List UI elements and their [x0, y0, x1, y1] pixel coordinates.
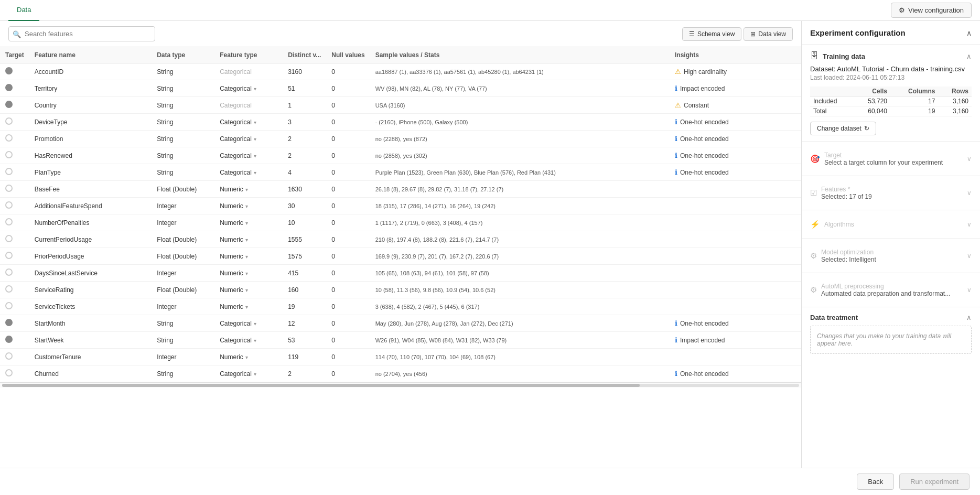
feature-type-dropdown-arrow[interactable]: ▾	[245, 271, 248, 276]
row-target-radio[interactable]	[0, 349, 29, 365]
radio-circle[interactable]	[5, 117, 13, 125]
row-target-radio[interactable]	[0, 332, 29, 349]
run-experiment-button[interactable]: Run experiment	[899, 474, 970, 490]
model-optimization-row[interactable]: ⚙ Model optimization Selected: Intellige…	[810, 245, 972, 266]
search-input[interactable]	[8, 26, 155, 41]
data-view-button[interactable]: ⊞ Data view	[744, 27, 793, 41]
feature-type-dropdown-arrow[interactable]: ▾	[254, 136, 256, 142]
feature-type-dropdown-arrow[interactable]: ▾	[254, 170, 256, 176]
row-feature-type[interactable]: Categorical▾	[214, 164, 283, 181]
row-target-radio[interactable]	[0, 164, 29, 181]
col-header-insights[interactable]: Insights	[670, 47, 801, 63]
feature-type-dropdown-arrow[interactable]: ▾	[245, 187, 248, 192]
automl-preprocessing-row[interactable]: ⚙ AutoML preprocessing Automated data pr…	[810, 279, 972, 300]
col-header-null[interactable]: Null values	[326, 47, 370, 63]
row-target-radio[interactable]	[0, 315, 29, 332]
feature-type-dropdown-arrow[interactable]: ▾	[254, 321, 256, 327]
row-target-radio[interactable]	[0, 365, 29, 382]
feature-type-dropdown-arrow[interactable]: ▾	[245, 287, 248, 293]
radio-circle[interactable]	[5, 302, 13, 309]
radio-circle[interactable]	[5, 84, 13, 91]
model-optimization-section[interactable]: ⚙ Model optimization Selected: Intellige…	[802, 239, 980, 273]
target-row[interactable]: 🎯 Target Select a target column for your…	[810, 148, 972, 169]
change-dataset-button[interactable]: Change dataset ↻	[810, 122, 876, 135]
row-feature-type[interactable]: Numeric▾	[214, 248, 283, 265]
row-target-radio[interactable]	[0, 114, 29, 131]
row-feature-type[interactable]: Categorical▾	[214, 365, 283, 382]
feature-type-dropdown-arrow[interactable]: ▾	[245, 237, 248, 243]
model-opt-chevron[interactable]: ∨	[967, 252, 972, 260]
row-feature-type[interactable]: Numeric▾	[214, 282, 283, 298]
row-feature-type[interactable]: Numeric▾	[214, 198, 283, 214]
feature-type-dropdown-arrow[interactable]: ▾	[254, 86, 256, 92]
row-target-radio[interactable]	[0, 248, 29, 265]
feature-type-dropdown-arrow[interactable]: ▾	[254, 371, 256, 377]
feature-type-dropdown-arrow[interactable]: ▾	[245, 203, 248, 209]
collapse-panel-icon[interactable]: ∧	[966, 29, 972, 37]
row-target-radio[interactable]	[0, 282, 29, 298]
features-row[interactable]: ☑ Features * Selected: 17 of 19 ∨	[810, 182, 972, 203]
radio-circle[interactable]	[5, 185, 13, 192]
row-feature-type[interactable]: Numeric▾	[214, 265, 283, 282]
back-button[interactable]: Back	[857, 474, 894, 490]
row-feature-type[interactable]: Numeric▾	[214, 298, 283, 315]
row-feature-type[interactable]: Categorical	[214, 97, 283, 114]
row-feature-type[interactable]: Numeric▾	[214, 214, 283, 231]
training-data-chevron[interactable]: ∧	[966, 52, 972, 60]
features-chevron[interactable]: ∨	[967, 189, 972, 197]
tab-data[interactable]: Data	[8, 0, 39, 21]
row-target-radio[interactable]	[0, 298, 29, 315]
target-section[interactable]: 🎯 Target Select a target column for your…	[802, 142, 980, 176]
row-target-radio[interactable]	[0, 198, 29, 214]
feature-type-dropdown-arrow[interactable]: ▾	[254, 338, 256, 343]
automl-preprocessing-section[interactable]: ⚙ AutoML preprocessing Automated data pr…	[802, 273, 980, 307]
radio-circle[interactable]	[5, 218, 13, 225]
col-header-dtype[interactable]: Data type	[152, 47, 214, 63]
feature-type-dropdown-arrow[interactable]: ▾	[245, 254, 248, 260]
horizontal-scrollbar[interactable]	[0, 382, 801, 388]
radio-circle[interactable]	[5, 151, 13, 158]
row-target-radio[interactable]	[0, 231, 29, 248]
radio-circle[interactable]	[5, 201, 13, 209]
algorithms-section[interactable]: ⚡ Algorithms ∨	[802, 210, 980, 239]
row-target-radio[interactable]	[0, 214, 29, 231]
col-header-sample[interactable]: Sample values / Stats	[370, 47, 670, 63]
radio-circle[interactable]	[5, 369, 13, 376]
col-header-ftype[interactable]: Feature type	[214, 47, 283, 63]
row-feature-type[interactable]: Categorical▾	[214, 80, 283, 97]
row-feature-type[interactable]: Categorical▾	[214, 332, 283, 349]
radio-circle[interactable]	[5, 319, 13, 326]
row-feature-type[interactable]: Numeric▾	[214, 231, 283, 248]
radio-circle[interactable]	[5, 134, 13, 142]
row-feature-type[interactable]: Categorical▾	[214, 315, 283, 332]
row-feature-type[interactable]: Categorical▾	[214, 147, 283, 164]
radio-circle[interactable]	[5, 268, 13, 276]
row-target-radio[interactable]	[0, 265, 29, 282]
row-target-radio[interactable]	[0, 147, 29, 164]
row-target-radio[interactable]	[0, 80, 29, 97]
row-target-radio[interactable]	[0, 97, 29, 114]
radio-circle[interactable]	[5, 285, 13, 293]
row-feature-type[interactable]: Numeric▾	[214, 349, 283, 365]
target-chevron[interactable]: ∨	[967, 155, 972, 163]
feature-type-dropdown-arrow[interactable]: ▾	[245, 304, 248, 310]
row-feature-type[interactable]: Categorical	[214, 63, 283, 80]
row-target-radio[interactable]	[0, 181, 29, 198]
row-feature-type[interactable]: Categorical▾	[214, 131, 283, 147]
schema-view-button[interactable]: ☰ Schema view	[682, 27, 741, 41]
algorithms-row[interactable]: ⚡ Algorithms ∨	[810, 217, 972, 232]
radio-circle[interactable]	[5, 168, 13, 175]
algorithms-chevron[interactable]: ∨	[967, 221, 972, 228]
radio-circle[interactable]	[5, 352, 13, 360]
feature-type-dropdown-arrow[interactable]: ▾	[245, 220, 248, 226]
row-feature-type[interactable]: Categorical▾	[214, 114, 283, 131]
row-target-radio[interactable]	[0, 131, 29, 147]
feature-type-dropdown-arrow[interactable]: ▾	[254, 153, 256, 159]
view-configuration-button[interactable]: ⚙ View configuration	[891, 3, 972, 18]
feature-type-dropdown-arrow[interactable]: ▾	[254, 120, 256, 125]
automl-chevron[interactable]: ∨	[967, 286, 972, 294]
radio-circle[interactable]	[5, 101, 13, 108]
data-treatment-chevron[interactable]: ∧	[966, 314, 972, 321]
col-header-distinct[interactable]: Distinct v...	[283, 47, 326, 63]
radio-circle[interactable]	[5, 235, 13, 242]
